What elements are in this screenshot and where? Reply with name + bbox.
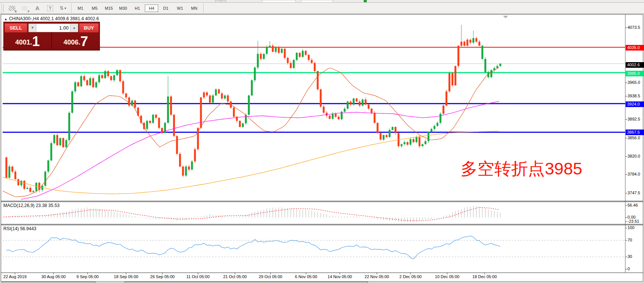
collapse-arrow-icon[interactable]: ▲ [4, 17, 7, 21]
macd-indicator-label: MACD(12,26,9) 23.38 35.53 [3, 203, 59, 208]
axis-tick-label: 3938.5 [628, 94, 640, 98]
toolbar-edge [0, 3, 1, 13]
ohlc-text: CHINA300-,H4 4002.1 4009.6 3981.4 4002.6 [9, 16, 99, 21]
date-tick-label: 10 Dec 05:00 [435, 274, 459, 279]
chart-annotation-text: 多空转折点3985 [461, 158, 582, 180]
axis-tick-label: 4073.5 [628, 25, 640, 30]
axis-tick-label: 0 [628, 267, 630, 271]
tf-button-M30[interactable]: M30 [116, 4, 130, 12]
date-tick-label: 14 Nov 05:00 [327, 274, 352, 279]
date-tick-label: 6 Nov 05:00 [295, 274, 317, 279]
buy-price-main: 4006 [64, 37, 79, 48]
axis-ticks [15, 28, 627, 274]
date-tick-label: 29 Oct 05:00 [259, 274, 283, 279]
price-badge: 3867.5 [626, 130, 644, 135]
axis-tick-label: 56.46 [628, 203, 638, 207]
volume-decrease-button[interactable]: ▼ [28, 24, 37, 32]
rsi-line [6, 236, 500, 259]
date-tick-label: 18 Dec 05:00 [472, 274, 497, 279]
period-combo-cropped[interactable] [301, 0, 333, 2]
terminal-tab-partial[interactable] [125, 282, 368, 283]
tf-button-D1[interactable]: D1 [159, 4, 173, 12]
date-tick-label: 2 Dec 05:00 [399, 274, 421, 279]
volume-increase-button[interactable]: ▲ [70, 24, 78, 32]
ma-mid-magenta-line [21, 101, 499, 200]
price-badge: 4035.0 [626, 45, 644, 51]
rsi-indicator-label: RSI(14) 56.9443 [3, 226, 36, 231]
price-badge: 3985.0 [626, 71, 644, 76]
mini-toolbutton[interactable] [215, 0, 220, 2]
toolbar-separator [71, 4, 71, 13]
terminal-tabs-cropped [1, 281, 644, 283]
price-badge: 4002.6 [626, 62, 644, 68]
tf-button-W1[interactable]: W1 [173, 4, 187, 12]
one-click-trade-panel: SELL ▼ ▲ BUY 4001.1 4006.7 [3, 22, 100, 51]
axis-tick-label: 3820.0 [628, 154, 640, 158]
trading-app: { "toolbar": { "icons": [ {"name": "indi… [0, 0, 644, 283]
axis-tick-label: 70 [628, 238, 632, 242]
axis-tick-label: 3856.0 [628, 136, 640, 140]
axis-tick-label: 100 [628, 225, 634, 230]
mini-toolbutton[interactable] [221, 0, 226, 2]
macd-panel [3, 206, 500, 222]
axis-tick-label: 3892.5 [628, 117, 640, 121]
toolbar-drag-handle[interactable] [3, 4, 4, 12]
tf-button-H4[interactable]: H4 [145, 4, 158, 12]
date-tick-label: 9 Sep 05:00 [76, 274, 98, 279]
chart-window[interactable]: ▲CHINA300-,H4 4002.1 4009.6 3981.4 4002.… [1, 14, 643, 282]
tf-button-M1[interactable]: M1 [74, 4, 87, 12]
horizontal-level-lines [3, 47, 625, 132]
tf-button-M5[interactable]: M5 [88, 4, 101, 12]
date-tick-label: 11 Oct 05:00 [186, 274, 210, 279]
price-chart-canvas[interactable] [1, 15, 643, 282]
axis-tick-label: 3784.0 [628, 172, 640, 176]
timeframe-buttons: M1M5M15M30H1H4D1W1MN [73, 4, 201, 12]
macd-signal-line [3, 207, 500, 221]
panel-borders [1, 15, 643, 273]
tf-button-MN[interactable]: MN [187, 4, 201, 12]
toolbar-separator [203, 4, 204, 13]
cycle-arrows-icon[interactable]: ⇅▾ [58, 4, 68, 12]
date-tick-label: 21 Oct 05:00 [223, 274, 247, 279]
indicators-hatch-icon[interactable]: E [7, 4, 17, 12]
date-tick-label: 22 Aug 2019 [3, 274, 27, 279]
axis-tick-label: 30 [628, 254, 632, 259]
symbol-combo-cropped[interactable] [262, 0, 296, 2]
sell-price-big-digit: 1 [32, 35, 40, 48]
status-green-icon [364, 0, 367, 2]
chart-shift-triangle-icon[interactable] [503, 16, 508, 18]
buy-price-display[interactable]: 4006.7 [52, 33, 100, 49]
buy-price-big-digit: 7 [80, 35, 88, 48]
rsi-panel [3, 236, 625, 259]
price-badge: 3924.0 [626, 101, 644, 107]
sell-button[interactable]: SELL [4, 23, 27, 33]
text-box-icon[interactable]: T [45, 4, 55, 12]
date-tick-label: 30 Aug 05:00 [42, 274, 66, 279]
ma-slow-orange-line [3, 131, 499, 194]
date-tick-label: 26 Sep 05:00 [150, 274, 174, 279]
ohlc-header: ▲CHINA300-,H4 4002.1 4009.6 3981.4 4002.… [4, 16, 99, 21]
grid-pattern-icon[interactable]: F [20, 4, 30, 12]
sell-price-display[interactable]: 4001.1 [4, 33, 51, 49]
date-tick-label: 18 Sep 05:00 [114, 274, 138, 279]
main-toolbar: E F A T ⇅▾ M1M5M15M30H1H4D1W1MN [0, 3, 644, 14]
axis-tick-label: 3747.5 [628, 191, 640, 195]
tf-button-M15[interactable]: M15 [102, 4, 116, 12]
volume-input[interactable] [36, 24, 70, 32]
axis-tick-label: 3965.0 [628, 80, 640, 85]
date-tick-label: 22 Nov 05:00 [364, 274, 389, 279]
axis-tick-label: -23.51 [628, 219, 639, 223]
sell-price-main: 4001 [15, 37, 30, 48]
terminal-tab-partial[interactable] [2, 282, 95, 283]
tf-button-H1[interactable]: H1 [131, 4, 144, 12]
text-label-icon[interactable]: A [33, 4, 42, 12]
top-cropped-toolbar [0, 0, 644, 3]
buy-button[interactable]: BUY [79, 23, 99, 33]
